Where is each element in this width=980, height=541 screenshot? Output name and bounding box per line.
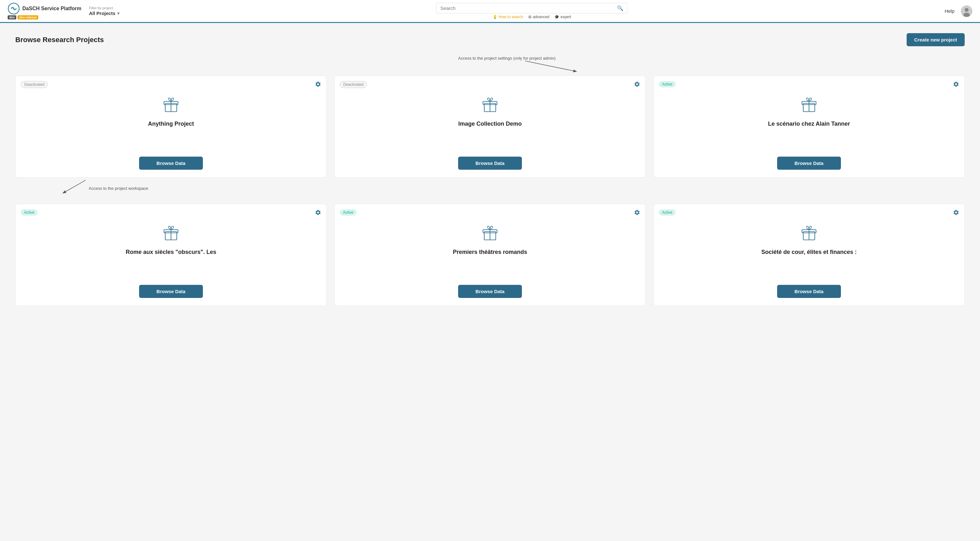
project-name-anything: Anything Project <box>145 121 197 127</box>
status-badge-anything: Deactivated <box>21 81 48 88</box>
status-badge-theatres: Active <box>340 209 356 216</box>
browse-data-button-image-collection[interactable]: Browse Data <box>458 157 522 170</box>
project-card-image-collection: Deactivated Image Collection Demo Browse… <box>334 76 646 178</box>
logo-area: DaSCH Service Platform dev dev-release <box>8 3 81 19</box>
app-logo-icon <box>8 3 20 15</box>
project-name-theatres: Premiers théâtres romands <box>450 249 530 256</box>
status-badge-alain-tanner: Active <box>659 81 676 88</box>
annotation-workspace-text: Access to the project workspace <box>89 186 148 191</box>
project-icon-anything <box>163 96 179 114</box>
project-icon-theatres <box>482 224 498 242</box>
svg-line-15 <box>63 180 86 193</box>
project-icon-alain-tanner <box>801 96 817 114</box>
status-badge-image-collection: Deactivated <box>340 81 367 88</box>
project-card-anything: Deactivated Anything Project Browse Data <box>15 76 327 178</box>
browse-data-button-societe[interactable]: Browse Data <box>777 285 841 298</box>
project-icon-image-collection <box>482 96 498 114</box>
project-name-alain-tanner: Le scénario chez Alain Tanner <box>765 121 853 127</box>
user-avatar[interactable] <box>961 5 972 17</box>
annotation-arrow-settings: Access to the project settings (only for… <box>455 54 525 73</box>
project-card-societe: Active Société de cour, élites et financ… <box>653 204 965 306</box>
expert-search-button[interactable]: 🎓 expert <box>554 15 571 19</box>
settings-icon-rome[interactable] <box>315 209 321 217</box>
browse-data-button-theatres[interactable]: Browse Data <box>458 285 522 298</box>
svg-line-5 <box>525 61 576 72</box>
projects-section-row2: Active Rome aux siècles "obscurs". Les B… <box>15 204 965 306</box>
search-input[interactable] <box>440 5 614 11</box>
status-badge-rome: Active <box>21 209 38 216</box>
search-bar[interactable]: 🔍 <box>436 3 627 13</box>
search-icon: 🔍 <box>617 5 624 11</box>
advanced-search-button[interactable]: ⊞ advanced <box>528 15 549 19</box>
browse-data-button-alain-tanner[interactable]: Browse Data <box>777 157 841 170</box>
settings-icon-alain-tanner[interactable] <box>953 81 959 89</box>
badge-dev-release: dev-release <box>18 15 38 19</box>
filter-select[interactable]: All Projects ▾ <box>89 11 119 16</box>
annotation-arrow-workspace: Access to the project workspace <box>54 180 149 196</box>
annotation-top-container: Access to the project settings (only for… <box>15 54 965 73</box>
project-name-societe: Société de cour, élites et finances : <box>759 249 859 256</box>
annotation-bottom-container: Access to the project workspace <box>15 180 965 196</box>
search-area: 🔍 💡 How to search ⊞ advanced 🎓 expert <box>127 3 937 19</box>
app-name: DaSCH Service Platform <box>22 6 81 11</box>
project-name-rome: Rome aux siècles "obscurs". Les <box>123 249 219 256</box>
project-icon-rome <box>163 224 179 242</box>
create-new-project-button[interactable]: Create new project <box>907 33 965 46</box>
settings-icon-theatres[interactable] <box>634 209 640 217</box>
svg-point-3 <box>965 8 969 12</box>
help-link[interactable]: Help <box>945 8 955 14</box>
project-card-rome: Active Rome aux siècles "obscurs". Les B… <box>15 204 327 306</box>
projects-grid-row2: Active Rome aux siècles "obscurs". Les B… <box>15 204 965 306</box>
project-icon-societe <box>801 224 817 242</box>
graduation-icon: 🎓 <box>554 15 559 19</box>
app-header: DaSCH Service Platform dev dev-release F… <box>0 0 980 23</box>
header-right: Help <box>945 5 972 17</box>
page-header: Browse Research Projects Create new proj… <box>15 33 965 46</box>
badge-dev: dev <box>8 15 16 19</box>
project-card-alain-tanner: Active Le scénario chez Alain Tanner Bro… <box>653 76 965 178</box>
status-badge-societe: Active <box>659 209 676 216</box>
project-card-theatres: Active Premiers théâtres romands Browse … <box>334 204 646 306</box>
page-title: Browse Research Projects <box>15 36 104 44</box>
settings-icon-societe[interactable] <box>953 209 959 217</box>
how-to-search-link[interactable]: 💡 How to search <box>493 15 523 19</box>
browse-data-button-anything[interactable]: Browse Data <box>139 157 203 170</box>
project-name-image-collection: Image Collection Demo <box>455 121 524 127</box>
main-content: Browse Research Projects Create new proj… <box>0 23 980 321</box>
annotation-top: Access to the project settings (only for… <box>15 54 965 73</box>
lightbulb-icon: 💡 <box>493 15 497 19</box>
chevron-down-icon: ▾ <box>118 11 119 16</box>
projects-grid-row1: Deactivated Anything Project Browse Data… <box>15 76 965 178</box>
filter-area: Filter by project All Projects ▾ <box>89 6 119 16</box>
settings-icon-anything[interactable] <box>315 81 321 89</box>
svg-point-1 <box>13 7 15 10</box>
projects-section-row1: Deactivated Anything Project Browse Data… <box>15 76 965 178</box>
filter-label: Filter by project <box>89 6 119 10</box>
filter-value: All Projects <box>89 11 116 16</box>
browse-data-button-rome[interactable]: Browse Data <box>139 285 203 298</box>
settings-icon-image-collection[interactable] <box>634 81 640 89</box>
annotation-settings-text: Access to the project settings (only for… <box>458 56 556 60</box>
advanced-icon: ⊞ <box>528 15 531 19</box>
